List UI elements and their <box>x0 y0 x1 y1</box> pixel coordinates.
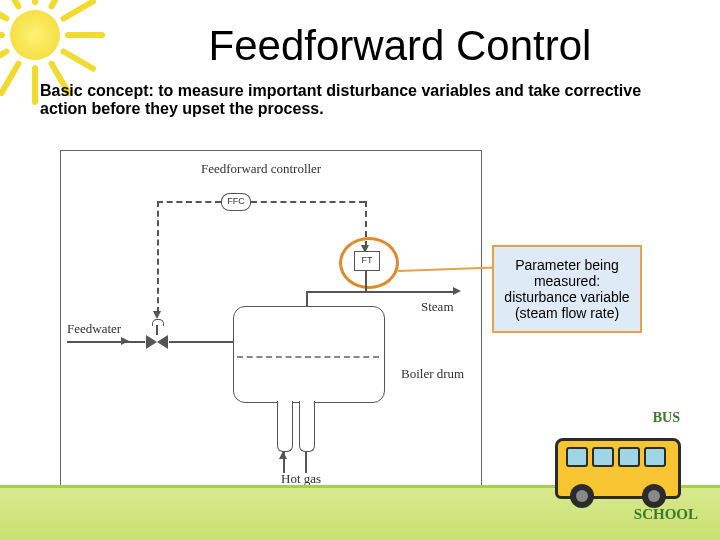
pipe <box>305 451 307 473</box>
callout-text: Parameter being measured: disturbance va… <box>504 257 629 321</box>
heater-tube <box>277 401 293 452</box>
valve-stem <box>156 325 158 335</box>
valve-actuator <box>152 319 164 326</box>
ffc-tag: FFC <box>221 193 251 211</box>
slide: Feedforward Control Basic concept: to me… <box>0 0 720 540</box>
bus-body <box>555 438 681 499</box>
bus-window <box>618 447 640 467</box>
sun-ray <box>0 32 5 38</box>
sun-ray <box>59 47 97 72</box>
sun-ray <box>32 0 38 5</box>
sun-ray <box>59 0 97 23</box>
pipe <box>306 291 308 307</box>
feedwater-label: Feedwater <box>67 321 121 337</box>
school-bus-decoration: BUS SCHOOL <box>540 410 700 525</box>
liquid-level-line <box>237 356 379 358</box>
signal-line <box>251 201 365 203</box>
bus-window <box>566 447 588 467</box>
boiler-drum <box>233 306 385 403</box>
bus-wheel <box>570 484 594 508</box>
controller-label: Feedforward controller <box>201 161 321 177</box>
sensor-tap <box>365 271 367 291</box>
callout-box: Parameter being measured: disturbance va… <box>492 245 642 333</box>
sun-ray <box>0 59 23 97</box>
pipe <box>67 341 145 343</box>
sun-core <box>10 10 60 60</box>
sun-ray <box>47 0 72 11</box>
boiler-label: Boiler drum <box>401 366 464 382</box>
slide-title: Feedforward Control <box>120 22 680 70</box>
arrow-right-icon <box>453 287 461 295</box>
steam-label: Steam <box>421 299 454 315</box>
pipe <box>306 291 454 293</box>
sun-ray <box>32 65 38 105</box>
pipe <box>169 341 233 343</box>
arrow-down-icon <box>153 311 161 319</box>
process-diagram: Feedforward controller FFC FT Steam Feed… <box>60 150 482 492</box>
ft-highlight-circle <box>339 237 399 289</box>
sun-ray <box>0 0 11 23</box>
school-sign: SCHOOL <box>634 506 698 523</box>
sun-ray <box>65 32 105 38</box>
bus-wheel <box>642 484 666 508</box>
description-lead: Basic concept: <box>40 82 154 99</box>
description: Basic concept: to measure important dist… <box>40 82 680 118</box>
bus-window <box>644 447 666 467</box>
signal-line <box>157 201 221 203</box>
arrow-right-icon <box>121 337 129 345</box>
bus-sign: BUS <box>653 410 680 426</box>
sun-ray <box>0 47 11 72</box>
signal-line <box>157 201 159 313</box>
bus-window <box>592 447 614 467</box>
sun-ray <box>0 0 23 11</box>
arrow-up-icon <box>279 451 287 459</box>
control-valve-icon <box>146 335 168 349</box>
heater-tube <box>299 401 315 452</box>
